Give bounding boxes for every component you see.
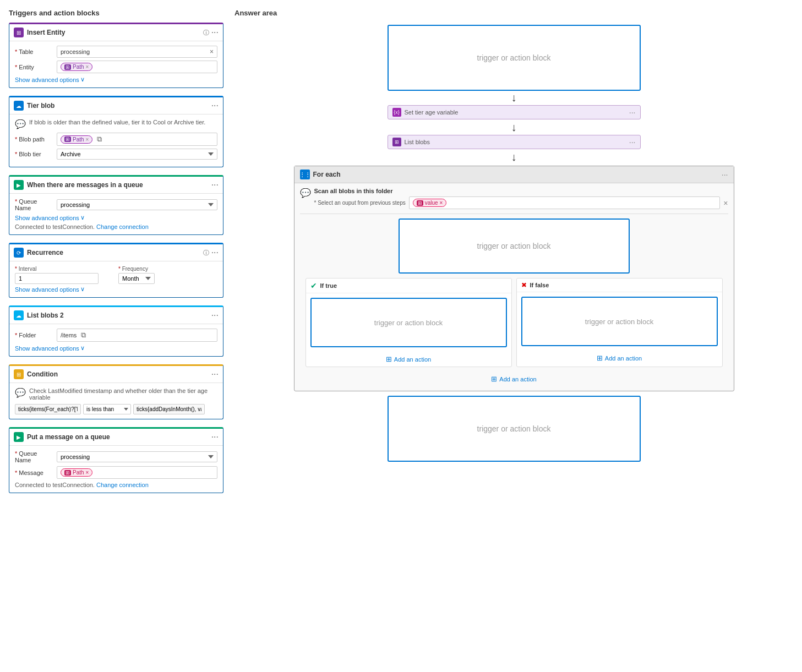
if-true-placeholder-text: trigger or action block xyxy=(374,319,443,327)
put-message-message-label: Message xyxy=(15,469,53,476)
queue-trigger-connected: Connected to testConnection. Change conn… xyxy=(15,223,217,230)
put-message-actions: ··· xyxy=(211,432,219,442)
put-message-title: Put a message on a queue xyxy=(27,433,208,441)
queue-trigger-dots-icon[interactable]: ··· xyxy=(211,180,219,190)
list-blobs-dots-icon[interactable]: ··· xyxy=(629,138,636,146)
condition-right-input[interactable] xyxy=(133,404,205,414)
recurrence-show-advanced[interactable]: Show advanced options ∨ xyxy=(15,286,217,293)
foreach-dots-icon[interactable]: ··· xyxy=(722,170,728,179)
list-blobs-2-copy-icon[interactable]: ⧉ xyxy=(81,331,86,340)
foreach-scan-label: * Select an ouput from previous steps xyxy=(314,200,406,206)
insert-entity-entity-label: Entity xyxy=(15,64,53,70)
put-message-message-input[interactable]: ⊞ Path × xyxy=(57,466,217,479)
set-tier-age-dots-icon[interactable]: ··· xyxy=(629,108,636,117)
foreach-scan-input[interactable]: ⊞ value × xyxy=(409,196,721,209)
recurrence-frequency-select[interactable]: Month Day Hour Minute Second Week xyxy=(118,273,155,284)
tier-blob-path-tag-close[interactable]: × xyxy=(86,136,89,143)
foreach-title: For each xyxy=(313,171,341,178)
tier-blob-dots-icon[interactable]: ··· xyxy=(211,101,219,111)
recurrence-dots-icon[interactable]: ··· xyxy=(211,248,219,258)
list-blobs-2-folder-value: /items xyxy=(61,332,77,338)
queue-trigger-show-advanced[interactable]: Show advanced options ∨ xyxy=(15,214,217,221)
list-blobs-strip-left: ⊞ List blobs xyxy=(392,138,430,146)
tier-blob-desc-text: If blob is older than the defined value,… xyxy=(29,119,205,125)
insert-entity-table-value: processing xyxy=(61,48,90,55)
condition-left-input[interactable] xyxy=(15,404,81,414)
if-true-title: If true xyxy=(320,282,337,289)
list-blobs-2-chevron-icon: ∨ xyxy=(80,345,85,352)
insert-entity-dots-icon[interactable]: ··· xyxy=(211,28,219,37)
if-false-add-action[interactable]: ⊞ Add an action xyxy=(517,351,722,365)
condition-desc-text: Check LastModified timestamp and whether… xyxy=(29,387,217,401)
list-blobs-2-dots-icon[interactable]: ··· xyxy=(211,310,219,320)
recurrence-frequency-group: Frequency Month Day Hour Minute Second W… xyxy=(118,266,217,284)
put-message-path-tag-close[interactable]: × xyxy=(86,469,89,476)
condition-header: ⊞ Condition ··· xyxy=(9,366,223,383)
insert-entity-table-input[interactable]: processing × xyxy=(57,46,217,58)
recurrence-interval-input[interactable] xyxy=(15,273,99,284)
condition-dots-icon[interactable]: ··· xyxy=(211,369,219,379)
list-blobs-strip: ⊞ List blobs ··· xyxy=(388,135,641,149)
foreach-scan-close-icon[interactable]: × xyxy=(723,199,728,207)
insert-entity-table-clear[interactable]: × xyxy=(210,48,214,56)
put-message-connected: Connected to testConnection. Change conn… xyxy=(15,482,217,488)
right-panel: Answer area trigger or action block ↓ {x… xyxy=(234,9,793,501)
queue-trigger-chevron-icon: ∨ xyxy=(80,214,85,221)
list-blobs-2-body: Folder /items ⧉ Show advanced options ∨ xyxy=(9,324,223,356)
block-queue-trigger: ▶ When there are messages in a queue ···… xyxy=(9,175,223,235)
tier-blob-path-input[interactable]: ⊞ Path × ⧉ xyxy=(57,133,217,146)
block-list-blobs-2: ☁ List blobs 2 ··· Folder /items ⧉ Show … xyxy=(9,305,223,357)
list-blobs-2-show-advanced[interactable]: Show advanced options ∨ xyxy=(15,345,217,352)
if-false-title: If false xyxy=(530,282,549,288)
insert-entity-show-advanced[interactable]: Show advanced options ∨ xyxy=(15,76,217,83)
insert-entity-entity-input[interactable]: ⊞ Path × xyxy=(57,61,217,73)
recurrence-icon: ⟳ xyxy=(14,248,24,258)
set-tier-age-strip: {x} Set tier age variable ··· xyxy=(388,105,641,119)
queue-trigger-header: ▶ When there are messages in a queue ··· xyxy=(9,177,223,194)
tier-blob-tier-select[interactable]: Archive Cool Hot xyxy=(57,149,217,160)
foreach-header: ⋮⋮ For each ··· xyxy=(294,166,734,183)
show-advanced-label: Show advanced options xyxy=(15,77,79,83)
tier-blob-tier-label: Blob tier xyxy=(15,151,53,157)
tier-blob-body: 💬 If blob is older than the defined valu… xyxy=(9,114,223,167)
set-tier-age-strip-left: {x} Set tier age variable xyxy=(392,108,459,117)
queue-trigger-change-connection[interactable]: Change connection xyxy=(96,223,149,230)
put-message-change-connection[interactable]: Change connection xyxy=(96,482,149,488)
queue-trigger-name-select[interactable]: processing xyxy=(57,199,217,210)
if-false-add-action-icon: ⊞ xyxy=(597,354,603,362)
insert-entity-info-icon[interactable]: ⓘ xyxy=(203,29,209,37)
foreach-inner-placeholder-text: trigger or action block xyxy=(477,242,551,250)
condition-title: Condition xyxy=(27,370,208,378)
insert-entity-actions: ⓘ ··· xyxy=(203,28,219,37)
insert-entity-icon: ⊞ xyxy=(14,28,24,37)
queue-trigger-name-row: Queue Name processing xyxy=(15,198,217,211)
recurrence-header: ⟳ Recurrence ⓘ ··· xyxy=(9,244,223,261)
put-message-dots-icon[interactable]: ··· xyxy=(211,432,219,442)
if-true-add-action[interactable]: ⊞ Add an action xyxy=(306,352,511,367)
condition-body: 💬 Check LastModified timestamp and wheth… xyxy=(9,383,223,419)
insert-entity-body: Table processing × Entity ⊞ Path × xyxy=(9,41,223,88)
block-recurrence: ⟳ Recurrence ⓘ ··· Interval Frequency xyxy=(9,243,223,298)
insert-entity-path-tag-close[interactable]: × xyxy=(86,64,89,70)
bottom-placeholder: trigger or action block xyxy=(388,396,641,462)
condition-desc-icon: 💬 xyxy=(15,387,26,398)
put-message-queue-select[interactable]: processing xyxy=(57,451,217,462)
foreach-value-label: value xyxy=(425,200,438,206)
tier-blob-path-copy-icon[interactable]: ⧉ xyxy=(97,135,102,144)
put-message-path-tag-label: Path xyxy=(73,469,84,476)
list-blobs-2-folder-input[interactable]: /items ⧉ xyxy=(57,329,217,342)
recurrence-show-advanced-label: Show advanced options xyxy=(15,286,79,293)
insert-entity-path-tag: ⊞ Path × xyxy=(61,63,92,71)
condition-expr: is less than is greater than is equal to xyxy=(15,404,217,414)
block-insert-entity-header: ⊞ Insert Entity ⓘ ··· xyxy=(9,24,223,41)
foreach-value-close[interactable]: × xyxy=(440,200,443,206)
condition-op-select[interactable]: is less than is greater than is equal to xyxy=(83,404,131,414)
insert-entity-title: Insert Entity xyxy=(27,29,200,36)
recurrence-info-icon[interactable]: ⓘ xyxy=(203,249,209,257)
tier-blob-desc: 💬 If blob is older than the defined valu… xyxy=(15,119,217,129)
tier-blob-path-row: Blob path ⊞ Path × ⧉ xyxy=(15,133,217,146)
insert-entity-entity-row: Entity ⊞ Path × xyxy=(15,61,217,73)
list-blobs-2-show-advanced-label: Show advanced options xyxy=(15,345,79,352)
foreach-add-action[interactable]: ⊞ Add an action xyxy=(300,371,728,386)
foreach-inner-placeholder: trigger or action block xyxy=(399,218,630,274)
